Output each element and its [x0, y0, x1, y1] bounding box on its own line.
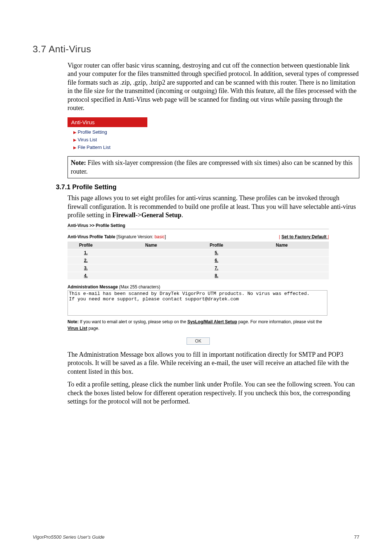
note-box: Note: Files with six-layer compression (… [68, 156, 359, 178]
subsection-title: Profile Setting [72, 183, 117, 191]
table-title-prefix: Anti-Virus Profile Table [68, 234, 115, 239]
nav-item-label: Virus List [78, 137, 97, 142]
closing-paragraph-1: The Administration Message box allows yo… [68, 351, 359, 376]
virus-list-link[interactable]: Virus List [68, 326, 87, 331]
ok-row: OK [68, 337, 329, 345]
note-label: Note: [71, 159, 86, 166]
set-to-factory-default-link[interactable]: |Set to Factory Default | [279, 234, 329, 239]
ss-note-body-3: page. [87, 326, 99, 331]
admin-label-rest: (Max 255 characters) [118, 284, 160, 289]
profile-link-1[interactable]: 1. [84, 250, 87, 255]
admin-message-textarea[interactable] [68, 290, 327, 316]
separator-pipe: | [279, 234, 280, 239]
nav-item-label: File Pattern List [78, 145, 110, 150]
footer-text: VigorPro5500 Series User's Guide [33, 534, 105, 540]
profile-link-6[interactable]: 6. [215, 258, 218, 263]
profile-link-3[interactable]: 3. [84, 266, 87, 271]
table-title-sig-label: [Signature Version: [115, 234, 155, 239]
profile-intro-pre: This page allows you to set eight profil… [68, 194, 356, 219]
table-row: 1. 5. [68, 249, 329, 257]
breadcrumb: Anti-Virus >> Profile Setting [68, 223, 329, 228]
admin-message-label: Administration Message (Max 255 characte… [68, 284, 329, 289]
nav-item-label: Profile Setting [78, 129, 107, 135]
nav-list: ▶Profile Setting ▶Virus List ▶File Patte… [68, 127, 147, 153]
table-row: 3. 7. [68, 264, 329, 272]
syslog-mail-alert-setup-link[interactable]: SysLog/Mail Alert Setup [187, 319, 237, 324]
profile-link-2[interactable]: 2. [84, 258, 87, 263]
col-profile: Profile [198, 242, 235, 249]
subsection-heading: 3.7.1 Profile Setting [56, 183, 359, 191]
nav-header: Anti-Virus [68, 117, 147, 127]
page-footer: VigorPro5500 Series User's Guide 77 [33, 534, 359, 540]
closing-paragraph-2: To edit a profile setting, please click … [68, 380, 359, 406]
screenshot-note: Note: If you want to email alert or sysl… [68, 319, 329, 332]
triangle-right-icon: ▶ [73, 145, 76, 150]
triangle-right-icon: ▶ [73, 138, 76, 142]
col-name: Name [235, 242, 329, 249]
intro-paragraph: Vigor router can offer basic virus scann… [68, 61, 359, 112]
signature-version-value: basic [155, 234, 165, 239]
nav-item-virus-list[interactable]: ▶Virus List [68, 136, 147, 143]
subsection-number: 3.7.1 [56, 183, 70, 191]
admin-label-bold: Administration Message [68, 284, 118, 289]
divider [68, 229, 329, 229]
profile-link-4[interactable]: 4. [84, 273, 87, 278]
note-text: Files with six-layer compression (the fi… [71, 159, 352, 175]
section-title: Anti-Virus [49, 44, 91, 54]
table-row: 2. 6. [68, 257, 329, 264]
nav-item-file-pattern-list[interactable]: ▶File Pattern List [68, 143, 147, 151]
profile-link-7[interactable]: 7. [215, 266, 218, 271]
profile-setting-screenshot: Anti-Virus >> Profile Setting Anti-Virus… [68, 223, 329, 345]
triangle-right-icon: ▶ [73, 130, 76, 134]
ss-note-body-1: If you want to email alert or syslog, pl… [79, 319, 188, 324]
profile-table-title: Anti-Virus Profile Table [Signature Vers… [68, 234, 329, 239]
page-number: 77 [354, 534, 359, 540]
ss-note-label: Note: [68, 319, 79, 324]
section-number: 3.7 [33, 44, 46, 54]
profile-intro-post: . [181, 211, 183, 219]
table-title-sig-suffix: ] [165, 234, 166, 239]
ok-button[interactable]: OK [187, 337, 209, 345]
nav-item-profile-setting[interactable]: ▶Profile Setting [68, 128, 147, 136]
section-heading: 3.7 Anti-Virus [33, 44, 359, 55]
profile-link-8[interactable]: 8. [215, 273, 218, 278]
profile-table: Profile Name Profile Name 1. 5. 2. 6. 3.… [68, 242, 329, 279]
ss-note-body-2: page. For more information, please visit… [237, 319, 322, 324]
col-profile: Profile [68, 242, 104, 249]
table-header-row: Profile Name Profile Name [68, 242, 329, 249]
profile-intro-paragraph: This page allows you to set eight profil… [68, 194, 359, 219]
antivirus-nav: Anti-Virus ▶Profile Setting ▶Virus List … [68, 117, 147, 153]
col-name: Name [104, 242, 198, 249]
table-row: 4. 8. [68, 272, 329, 280]
profile-link-5[interactable]: 5. [215, 250, 218, 255]
profile-intro-bold: Firewall->General Setup [112, 211, 181, 219]
reset-link-label: Set to Factory Default [282, 234, 327, 239]
